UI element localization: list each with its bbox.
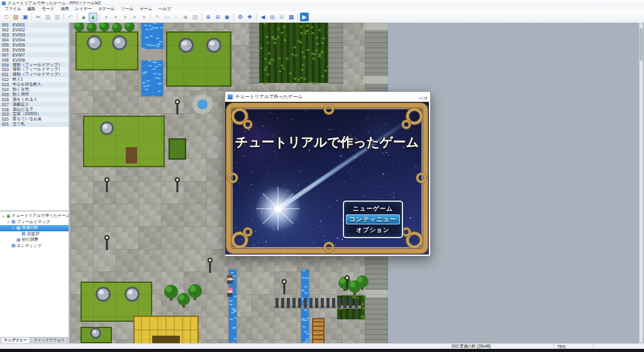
bottom-tab-bar: マップツリークイックアクセス [0,337,69,343]
copy-button: ▤ [43,13,52,21]
event-mode-button[interactable]: ▲ [89,13,97,21]
rectangle-tool-button: ▭ [162,13,171,21]
event-id: 016 [2,97,10,102]
map-icon: ▤ [11,219,16,224]
tree-collapse-icon[interactable]: ▾ [1,214,5,218]
event-list-item[interactable]: 017薬鑑定人 [0,102,69,107]
game-title-bar[interactable]: チュートリアルで作ったゲーム –□× [225,92,430,102]
zoom-in-button[interactable]: ⊕ [204,13,213,21]
event-name: EV001 [13,23,25,27]
event-list-item[interactable]: 007EV007 [0,52,69,57]
resource-manager-button[interactable]: ▦ [287,13,296,21]
event-list-item[interactable]: 013中心を回る村人 [0,82,69,87]
toolbar-separator [99,13,100,21]
menu-game[interactable]: ゲーム [136,6,155,11]
event-id: 001 [2,23,10,27]
menu-file[interactable]: ファイル [1,6,25,11]
event-list-item[interactable]: 002EV002 [0,28,69,33]
toolbar: □▨▣✂▤▥↶▲▲●●●●●✎▭○◆▧⊕⊖◉⚙❖◀◎☺▦▶ [0,11,644,23]
map-tree-item[interactable]: ▾▤普通の町 [0,225,69,231]
event-name: EV006 [13,48,25,52]
title-menu-continue[interactable]: コンティニュー [346,214,400,224]
menu-mode[interactable]: モード [39,6,58,11]
event-id: 003 [2,33,10,37]
map-tree-item[interactable]: ▤宿屋1F [0,231,69,238]
toolbar-separator [297,13,298,21]
menu-edit[interactable]: 編集 [25,6,39,11]
event-list-item[interactable]: 014動く女性 [0,87,69,92]
game-close-button[interactable]: × [425,95,428,101]
pencil-tool-button: ✎ [153,13,162,21]
zoom-actual-button[interactable]: ◉ [223,13,231,21]
event-id: 019 [2,112,10,116]
event-list-item[interactable]: 001EV001 [0,23,69,28]
map-tree-item[interactable]: ▤砂の洞窟 [0,237,69,243]
event-list-item[interactable]: 020落ちているお金 [0,117,69,122]
tab-quick-access[interactable]: クイックアクセス [31,337,68,343]
event-list-item[interactable]: 016薬をくれる人 [0,97,69,102]
open-project-button[interactable]: ▨ [11,13,20,21]
save-project-button[interactable]: ▣ [21,13,30,21]
menu-layer[interactable]: レイヤー [72,6,94,11]
event-id: 002 [2,28,10,32]
title-menu-options[interactable]: オプション [346,225,400,235]
rpg-maker-window: チュートリアルで作ったゲーム - RPGツクールMZ ファイル編集モード描画レイ… [0,0,644,352]
plugin-manager-button[interactable]: ❖ [245,13,254,21]
fill-tool-button: ◆ [181,13,190,21]
map-tree-label: 砂の洞窟 [22,237,38,243]
event-list-item[interactable]: 011移動（フィールドマップ） [0,72,69,77]
menu-scale[interactable]: スケール [95,6,118,11]
map-vertical-scrollbar[interactable] [639,23,643,343]
toolbar-separator [64,13,64,21]
map-tree-item[interactable]: ▤エンディング [0,243,69,250]
zoom-out-button[interactable]: ⊖ [213,13,222,21]
status-bar: 002:普通の町 (35x48) 75% [0,343,644,349]
event-list-item[interactable]: 003EV003 [0,33,69,38]
layer-a-button: ● [111,13,120,21]
event-searcher-button[interactable]: ◎ [268,13,277,21]
play-test-button[interactable]: ▶ [300,13,309,21]
event-id: 012 [2,77,10,82]
character-generator-button[interactable]: ☺ [277,13,286,21]
menu-draw[interactable]: 描画 [57,6,72,11]
cut-button[interactable]: ✂ [34,13,43,21]
event-name: 立て札 [13,121,25,127]
event-id: 018 [2,107,10,112]
title-menu-new-game[interactable]: ニューゲーム [346,204,400,214]
toolbar-separator [256,13,257,21]
game-window-title: チュートリアルで作ったゲーム [235,94,416,100]
menu-tools[interactable]: ツール [118,6,136,11]
event-list-item[interactable]: 005EV005 [0,43,69,48]
event-id: 017 [2,102,10,107]
status-end-cell [592,344,644,349]
tree-collapse-icon[interactable]: ▾ [6,220,10,224]
scrollbar-thumb[interactable] [640,28,643,61]
toolbar-separator [201,13,202,21]
game-screen[interactable]: チュートリアルで作ったゲーム ニューゲームコンティニューオプション [225,102,429,255]
database-button[interactable]: ⚙ [236,13,245,21]
layer-d-button: ● [140,13,148,21]
menu-help[interactable]: ヘルプ [155,6,174,11]
event-list-item[interactable]: 004EV004 [0,38,69,43]
map-tree-label: 宿屋1F [27,231,40,237]
map-tree-item[interactable]: ▾▤フィールドマップ [0,219,69,226]
event-id: 011 [2,72,10,77]
tree-collapse-icon[interactable]: ▾ [11,226,15,230]
event-list-item[interactable]: 006EV006 [0,47,69,52]
toolbar-separator [150,13,151,21]
map-icon: ▤ [21,231,26,236]
event-name: EV005 [13,43,25,47]
map-tree-label: エンディング [17,243,42,249]
new-project-button[interactable]: □ [2,13,11,21]
event-id: 008 [2,58,10,62]
tab-map-tree[interactable]: マップツリー [1,337,30,343]
map-mode-button[interactable]: ▲ [79,13,88,21]
event-id: 013 [2,82,10,87]
event-name: EV002 [13,28,25,32]
event-id: 010 [2,67,10,72]
map-tree-item[interactable]: ▾▣チュートリアルで作ったゲーム [0,213,69,219]
layer-auto-button: ● [102,13,111,21]
event-list-item[interactable]: 021立て札 [0,122,69,127]
map-icon: ▤ [16,238,21,243]
sound-test-button[interactable]: ◀ [258,13,267,21]
